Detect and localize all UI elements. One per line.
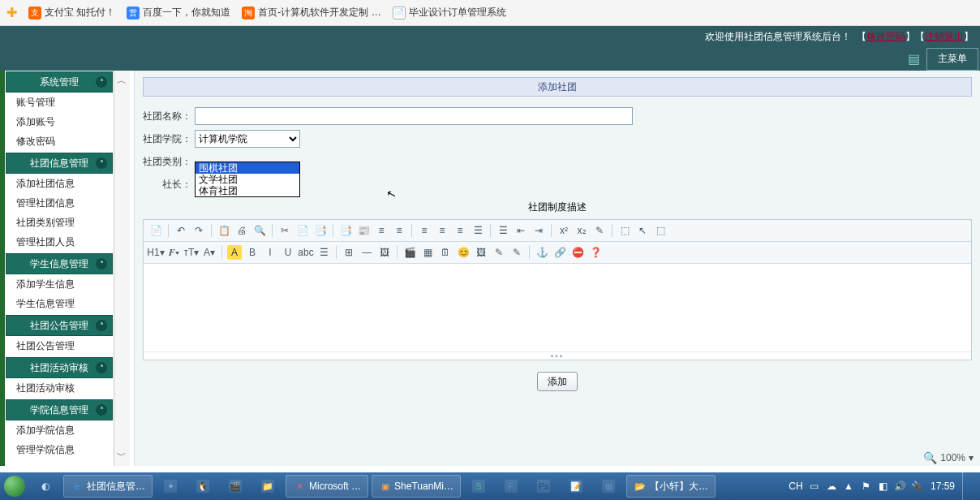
logout-link[interactable]: 注销退出	[925, 31, 964, 42]
sidebar-item[interactable]: 添加账号	[5, 113, 114, 132]
toolbar-button[interactable]: 🖨	[234, 223, 249, 238]
ime-sub-icon[interactable]: ▭	[807, 480, 820, 493]
resize-grip[interactable]: ▪▪▪	[144, 351, 971, 360]
toolbar-button[interactable]: abc	[299, 245, 313, 260]
toolbar-button[interactable]: I	[263, 245, 277, 260]
taskbar-item[interactable]: S	[463, 475, 494, 498]
clock[interactable]: 17:59	[928, 481, 957, 492]
accordion-header[interactable]: 社团信息管理˄	[6, 153, 113, 174]
college-select[interactable]: 计算机学院	[195, 130, 300, 148]
toolbar-button[interactable]: 📑	[313, 223, 328, 238]
toolbar-button[interactable]: 𝑭▾	[166, 245, 181, 260]
sidebar-item[interactable]: 社团公告管理	[5, 337, 114, 356]
sidebar-item[interactable]: 学生信息管理	[5, 295, 114, 314]
sidebar-item[interactable]: 修改密码	[5, 132, 114, 152]
toolbar-button[interactable]: ✎	[509, 245, 524, 260]
taskbar-item[interactable]: 📂【小轩】大…	[626, 475, 716, 498]
toolbar-button[interactable]: 📋	[217, 223, 231, 238]
toolbar-button[interactable]: U	[281, 245, 295, 260]
taskbar-item[interactable]: Ps	[528, 475, 559, 498]
toolbar-button[interactable]: ↖	[635, 223, 650, 238]
toolbar-button[interactable]: A	[227, 245, 242, 260]
toolbar-button[interactable]: ☰	[471, 223, 485, 238]
bookmark-item[interactable]: 📄毕业设计订单管理系统	[393, 6, 506, 19]
editor-body[interactable]	[144, 264, 971, 351]
tray-icon[interactable]: ☁	[825, 480, 838, 493]
toolbar-button[interactable]: ❓	[588, 245, 603, 260]
toolbar-button[interactable]: тT▾	[184, 245, 199, 260]
toolbar-button[interactable]: A▾	[202, 245, 217, 260]
toolbar-button[interactable]: 🔗	[552, 245, 567, 260]
zoom-dropdown-icon[interactable]: ▾	[969, 452, 974, 463]
accordion-header[interactable]: 社团公告管理˄	[6, 315, 113, 336]
toolbar-button[interactable]: ☰	[496, 223, 510, 238]
toolbar-button[interactable]: ≡	[417, 223, 432, 238]
sidebar-item[interactable]: 添加学生信息	[5, 275, 114, 295]
tray-icon[interactable]: 🔌	[910, 480, 923, 493]
toolbar-button[interactable]: 🖼	[474, 245, 488, 260]
scroll-down-icon[interactable]: ﹀	[117, 449, 127, 463]
accordion-header[interactable]: 系统管理˄	[6, 71, 113, 93]
show-desktop-button[interactable]	[962, 472, 974, 500]
category-option[interactable]: 文学社团	[196, 174, 299, 185]
bookmark-item[interactable]: 営百度一下，你就知道	[127, 6, 230, 19]
toolbar-button[interactable]: ✎	[492, 245, 506, 260]
bookmark-item[interactable]: 淘首页-计算机软件开发定制 …	[242, 6, 380, 19]
tray-icon[interactable]: 🔊	[893, 480, 906, 493]
toolbar-button[interactable]: x₂	[574, 223, 589, 238]
task-shortcut[interactable]: ◐	[30, 475, 61, 498]
zoom-indicator[interactable]: 🔍 100% ▾	[923, 451, 974, 464]
tray-icon[interactable]: ⚑	[859, 480, 872, 493]
sidebar-item[interactable]: 管理学院信息	[5, 441, 114, 460]
taskbar-item[interactable]: ⊞	[593, 475, 624, 498]
tray-icon[interactable]: ▲	[842, 480, 855, 493]
sidebar-item[interactable]: 社团类别管理	[5, 213, 114, 233]
accordion-header[interactable]: 学院信息管理˄	[6, 399, 113, 420]
toolbar-button[interactable]: H1▾	[148, 245, 163, 260]
toolbar-button[interactable]: ⇥	[531, 223, 546, 238]
toolbar-button[interactable]: 📄	[295, 223, 310, 238]
sidebar-item[interactable]: 管理社团信息	[5, 194, 114, 213]
toolbar-button[interactable]: ☰	[316, 245, 331, 260]
menu-toggle-icon[interactable]: ▤	[904, 50, 923, 69]
toolbar-button[interactable]: ⬚	[617, 223, 632, 238]
taskbar-item[interactable]: ✕Microsoft …	[286, 475, 368, 498]
category-option[interactable]: 体育社团	[196, 185, 299, 196]
toolbar-button[interactable]: 😊	[456, 245, 471, 260]
sidebar-item[interactable]: 添加学院信息	[5, 421, 114, 441]
toolbar-button[interactable]: ↷	[191, 223, 206, 238]
toolbar-button[interactable]: ✎	[592, 223, 607, 238]
taskbar-item[interactable]: ✦	[155, 475, 186, 498]
toolbar-button[interactable]: ⛔	[570, 245, 585, 260]
accordion-header[interactable]: 社团活动审核˄	[6, 357, 113, 378]
toolbar-button[interactable]: ⬚	[653, 223, 668, 238]
start-button[interactable]	[0, 472, 29, 500]
submit-button[interactable]: 添加	[537, 372, 578, 391]
toolbar-button[interactable]: x²	[557, 223, 571, 238]
toolbar-button[interactable]: 🗓	[438, 245, 453, 260]
sidebar-item[interactable]: 添加社团信息	[5, 175, 114, 194]
tray-icon[interactable]: ◧	[876, 480, 889, 493]
club-name-input[interactable]	[195, 107, 633, 125]
toolbar-button[interactable]: 🖼	[377, 245, 392, 260]
category-option[interactable]: 围棋社团	[196, 162, 299, 174]
toolbar-button[interactable]: ⇤	[514, 223, 528, 238]
taskbar-item[interactable]: 📝	[561, 475, 591, 498]
bookmark-add-icon[interactable]: ✚	[6, 5, 17, 20]
ime-indicator[interactable]: CH	[789, 480, 802, 493]
sidebar-item[interactable]: 管理社团人员	[5, 233, 114, 252]
toolbar-button[interactable]: ≡	[392, 223, 406, 238]
toolbar-button[interactable]: 📄	[148, 223, 163, 238]
toolbar-button[interactable]: ↶	[174, 223, 188, 238]
accordion-header[interactable]: 学生信息管理˄	[6, 253, 113, 274]
toolbar-button[interactable]: ⊞	[342, 245, 356, 260]
toolbar-button[interactable]: 🎬	[402, 245, 417, 260]
taskbar-item[interactable]: e社团信息管…	[63, 475, 153, 498]
taskbar-item[interactable]: 🎬	[220, 475, 251, 498]
toolbar-button[interactable]: 📑	[338, 223, 353, 238]
sidebar-item[interactable]: 社团活动审核	[5, 379, 114, 399]
scroll-up-icon[interactable]: ︿	[117, 74, 127, 88]
category-select-open[interactable]: 围棋社团 文学社团 体育社团	[195, 162, 300, 197]
toolbar-button[interactable]: —	[359, 245, 374, 260]
taskbar-item[interactable]: 🐧	[187, 475, 218, 498]
